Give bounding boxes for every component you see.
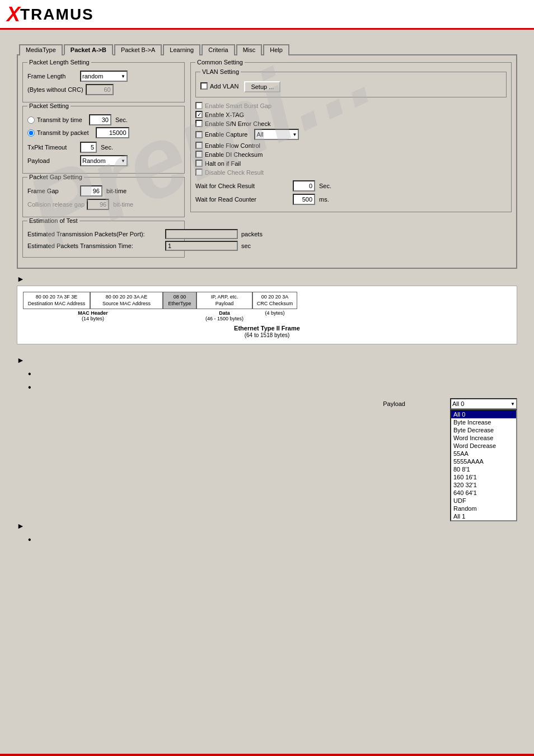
- packet-length-group: Packet Length Setting Frame Length rando…: [22, 62, 185, 102]
- transmit-time-unit: Sec.: [115, 116, 128, 123]
- payload-option-55aa[interactable]: 55AA: [451, 450, 516, 458]
- transmit-packet-row: Transmit by packet: [27, 127, 180, 138]
- common-setting-group: Common Setting VLAN Setting Add VLAN: [190, 62, 512, 212]
- capture-checkbox[interactable]: [195, 131, 203, 138]
- payload-section-arrow-icon: ▼: [510, 402, 515, 407]
- transmit-packet-input[interactable]: [96, 127, 129, 138]
- etype-block: 08 00 EtherType: [163, 292, 196, 309]
- wait-check-input[interactable]: [293, 180, 315, 192]
- payload-option-8081[interactable]: 80 8'1: [451, 465, 516, 473]
- arrow-bullet-1: ►: [17, 274, 25, 283]
- sn-error-checkbox[interactable]: [195, 120, 203, 127]
- capture-label: Enable Capture: [205, 131, 247, 138]
- common-setting-label: Common Setting: [195, 59, 245, 66]
- wait-read-row: Wait for Read Counter ms.: [195, 194, 507, 205]
- arrow-bullet-2: ►: [17, 356, 25, 365]
- wait-read-input[interactable]: [293, 194, 315, 205]
- payload-option-all1[interactable]: All 1: [451, 512, 516, 520]
- frame-gap-unit: bit-time: [106, 188, 127, 194]
- packets-estimate-input: [165, 229, 238, 239]
- txpkt-timeout-input[interactable]: [80, 142, 97, 153]
- collision-gap-input: [87, 199, 109, 210]
- capture-dropdown[interactable]: All ▼: [254, 129, 299, 140]
- transmit-time-input[interactable]: [89, 114, 111, 125]
- txpkt-timeout-label: TxPkt Timeout: [27, 144, 78, 151]
- xtag-row: Enable X-TAG: [195, 111, 507, 118]
- left-panel: Packet Length Setting Frame Length rando…: [22, 62, 185, 261]
- payload-row: Payload Random ▼: [27, 155, 180, 166]
- txpkt-timeout-unit: Sec.: [101, 144, 113, 151]
- payload-option-word-increase[interactable]: Word Increase: [451, 434, 516, 442]
- payload-option-320321[interactable]: 320 32'1: [451, 481, 516, 489]
- tab-learning[interactable]: Learning: [163, 44, 200, 55]
- add-vlan-label: Add VLAN: [210, 83, 238, 90]
- smart-burst-label: Enable Smart Burst Gap: [205, 102, 271, 109]
- frame-gap-row: Frame Gap bit-time: [27, 185, 180, 197]
- di-checksum-checkbox[interactable]: [195, 151, 203, 158]
- payload-option-640641[interactable]: 640 64'1: [451, 489, 516, 497]
- main-content: MediaType Packet A->B Packet B->A Learni…: [0, 30, 534, 559]
- right-panel: Common Setting VLAN Setting Add VLAN: [190, 62, 512, 261]
- wait-read-unit: ms.: [319, 196, 329, 203]
- arrow-bullet-3: ►: [17, 521, 25, 530]
- logo-tramus: TRAMUS: [20, 6, 94, 24]
- payload-option-word-decrease[interactable]: Word Decrease: [451, 442, 516, 450]
- transmit-time-radio[interactable]: [27, 116, 35, 124]
- tab-packet-ab[interactable]: Packet A->B: [64, 44, 113, 55]
- di-checksum-label: Enable DI Checksum: [205, 151, 263, 158]
- wait-check-label: Wait for Check Result: [195, 183, 291, 189]
- bytes-row: (Bytes without CRC): [27, 84, 180, 95]
- payload-section: Payload All 0 ▼ All 0 Byte Increase Byte…: [17, 398, 517, 545]
- disable-check-checkbox: [195, 169, 203, 176]
- bullet-1: •: [28, 369, 31, 379]
- bytes-input[interactable]: [86, 84, 114, 95]
- halt-fail-checkbox[interactable]: [195, 160, 203, 167]
- payload-option-5555aaaa[interactable]: 5555AAAA: [451, 458, 516, 465]
- setup-button[interactable]: Setup ...: [244, 81, 280, 92]
- frame-row: 80 00 20 7A 3F 3E Destination MAC Addres…: [23, 292, 511, 309]
- wait-check-unit: Sec.: [319, 183, 331, 189]
- frame-length-dropdown[interactable]: random ▼: [80, 71, 128, 82]
- flow-control-checkbox[interactable]: [195, 142, 203, 149]
- packets-estimate-label: Estimated Transmission Packets(Per Port)…: [27, 231, 162, 237]
- payload-option-udf[interactable]: UDF: [451, 497, 516, 505]
- payload-option-random[interactable]: Random: [451, 505, 516, 512]
- tab-help[interactable]: Help: [263, 44, 289, 55]
- packet-gap-label: Packet Gap Setting: [27, 174, 84, 180]
- transmit-packet-radio[interactable]: [27, 129, 35, 137]
- di-checksum-row: Enable DI Checksum: [195, 151, 507, 158]
- payload-dropdown[interactable]: Random ▼: [80, 155, 128, 166]
- estimation-group: Estimation of Test Estimated Transmissio…: [22, 221, 185, 258]
- tab-packet-ba[interactable]: Packet B->A: [114, 44, 162, 55]
- header: X TRAMUS: [0, 0, 534, 30]
- payload-option-byte-increase[interactable]: Byte Increase: [451, 418, 516, 426]
- payload-section-label: Payload: [383, 400, 405, 407]
- payload-section-dropdown[interactable]: All 0 ▼: [450, 398, 517, 409]
- mac-header-label: MAC Header: [78, 310, 108, 316]
- frame-gap-input[interactable]: [80, 185, 102, 197]
- collision-gap-row: Collision release gap bit-time: [27, 199, 180, 210]
- flow-control-label: Enable Flow Control: [205, 142, 260, 149]
- logo-x: X: [7, 4, 20, 25]
- time-estimate-label: Estimated Packets Transmission Time:: [27, 242, 162, 249]
- dest-block: 80 00 20 7A 3F 3E Destination MAC Addres…: [23, 292, 90, 309]
- xtag-checkbox[interactable]: [195, 111, 203, 118]
- add-vlan-checkbox[interactable]: [200, 82, 208, 90]
- crc-bytes: (4 bytes): [265, 310, 284, 316]
- sn-error-label: Enable S/N Error Check: [205, 120, 270, 127]
- payload-option-byte-decrease[interactable]: Byte Decrease: [451, 426, 516, 434]
- tab-mediatype[interactable]: MediaType: [19, 44, 63, 55]
- payload-arrow-icon: ▼: [121, 158, 125, 164]
- packets-estimate-row: Estimated Transmission Packets(Per Port)…: [27, 229, 180, 239]
- flow-control-row: Enable Flow Control: [195, 142, 507, 149]
- tab-criteria[interactable]: Criteria: [202, 44, 235, 55]
- src-block: 80 00 20 20 3A AE Source MAC Address: [90, 292, 163, 309]
- tab-misc[interactable]: Misc: [236, 44, 263, 55]
- transmit-packet-label: Transmit by packet: [37, 129, 89, 136]
- time-estimate-input: [165, 241, 238, 251]
- packet-gap-group: Packet Gap Setting Frame Gap bit-time Co…: [22, 177, 185, 217]
- payload-dropdown-list[interactable]: All 0 Byte Increase Byte Decrease Word I…: [450, 409, 517, 521]
- payload-option-160161[interactable]: 160 16'1: [451, 473, 516, 481]
- halt-fail-row: Halt on if Fail: [195, 160, 507, 167]
- payload-option-all0[interactable]: All 0: [451, 410, 516, 418]
